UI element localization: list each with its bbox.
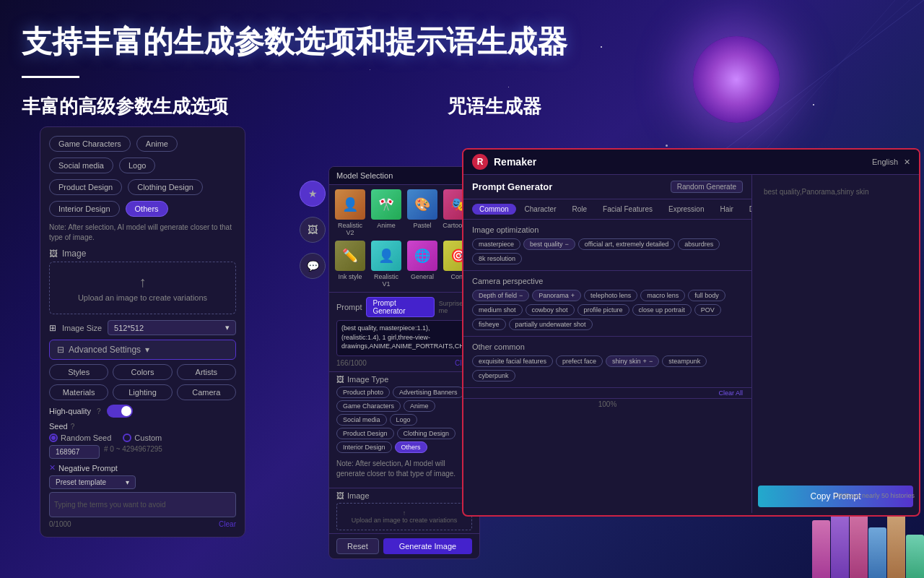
chip-official-art[interactable]: official art, extremely detailed: [578, 238, 675, 250]
tag-product-design[interactable]: Product Design: [49, 179, 122, 195]
subtitle-right: 咒语生成器: [448, 94, 541, 119]
btn-materials[interactable]: Materials: [49, 384, 108, 400]
random-generate-btn[interactable]: Random Generate: [671, 181, 743, 193]
image-size-select[interactable]: 512*512 ▾: [108, 320, 236, 335]
mid-tag-game[interactable]: Game Characters: [336, 400, 401, 412]
right-preview-panel: best quality,Panorama,shiny skin Copy Pr…: [752, 175, 919, 513]
tag-clothing-design[interactable]: Clothing Design: [128, 179, 203, 195]
optimization-chips: masterpiece best quality − official art,…: [472, 238, 743, 264]
chip-depth[interactable]: Depth of field −: [472, 290, 529, 301]
seed-tooltip: ?: [71, 423, 75, 431]
chip-medium-shot[interactable]: medium shot: [472, 304, 523, 316]
chip-closeup[interactable]: close up portrait: [632, 304, 692, 316]
model-item-pastel[interactable]: 🎨 Pastel: [406, 189, 439, 236]
subtitle-left: 丰富的高级参数生成选项: [22, 94, 228, 119]
high-quality-toggle[interactable]: [107, 405, 133, 418]
chip-underwater[interactable]: partially underwater shot: [509, 319, 593, 330]
chip-steampunk[interactable]: steampunk: [662, 355, 707, 367]
side-icons: ★ 🖼 💬: [300, 181, 326, 285]
preset-template-select[interactable]: Preset template ▾: [49, 475, 136, 489]
chip-shiny-skin[interactable]: shiny skin + −: [606, 355, 659, 367]
lang-selector[interactable]: English: [872, 158, 898, 166]
btn-lighting[interactable]: Lighting: [113, 384, 172, 400]
custom-seed-option[interactable]: Custom: [123, 434, 162, 442]
side-icon-image[interactable]: 🖼: [300, 217, 326, 243]
chip-perfect-face[interactable]: prefect face: [556, 355, 603, 367]
tab-character[interactable]: Character: [518, 204, 564, 215]
camera-perspective-title: Camera perspective: [472, 277, 743, 285]
chip-8k[interactable]: 8k resolution: [472, 253, 522, 264]
chip-macro[interactable]: macro lens: [640, 290, 685, 301]
chip-cyberpunk[interactable]: cyberpunk: [472, 370, 515, 381]
mid-upload-box[interactable]: ↑ Upload an image to create variations: [336, 503, 472, 530]
chip-exquisite[interactable]: exquisite facial features: [472, 355, 553, 367]
tag-game-characters[interactable]: Game Characters: [49, 136, 131, 152]
side-icon-star[interactable]: ★: [300, 181, 326, 207]
random-seed-option[interactable]: Random Seed: [49, 434, 111, 442]
btn-colors[interactable]: Colors: [113, 364, 172, 380]
bar-4: [868, 527, 886, 578]
mid-tag-anime[interactable]: Anime: [404, 400, 435, 412]
prompt-gen-title: Prompt Generator: [472, 181, 552, 192]
tag-anime[interactable]: Anime: [136, 136, 178, 152]
chip-cowboy[interactable]: cowboy shot: [526, 304, 575, 316]
tab-common[interactable]: Common: [472, 204, 516, 215]
model-item-realistic-v1[interactable]: 👤 Realistic V1: [370, 241, 403, 288]
side-icon-chat[interactable]: 💬: [300, 253, 326, 279]
prompt-textarea[interactable]: (best quality, masterpiece:1.1),(realist…: [336, 320, 472, 356]
tag-others[interactable]: Others: [126, 201, 168, 217]
chip-telephoto[interactable]: telephoto lens: [584, 290, 637, 301]
btn-camera[interactable]: Camera: [177, 384, 236, 400]
mid-tag-advertising[interactable]: Advertising Banners: [393, 387, 464, 398]
model-item-general[interactable]: 🌐 General: [406, 241, 439, 288]
chip-masterpiece[interactable]: masterpiece: [472, 238, 520, 250]
decorative-orb: [693, 36, 780, 123]
seed-value-input[interactable]: 168967: [49, 445, 100, 459]
prompt-generator-btn[interactable]: Prompt Generator: [366, 297, 434, 317]
other-common-section: Other common exquisite facial features p…: [463, 337, 751, 388]
chip-profile[interactable]: profile picture: [578, 304, 629, 316]
mid-tag-interior[interactable]: Interior Design: [336, 441, 392, 453]
reset-button[interactable]: Reset: [336, 538, 379, 554]
mid-tag-product-design[interactable]: Product Design: [336, 428, 394, 439]
image-upload-box[interactable]: ↑ Upload an image to create variations: [49, 262, 236, 314]
model-grid-row1: 👤 Realistic V2 🎌 Anime 🎨 Pastel 🎭 Cartoo…: [329, 185, 479, 241]
btn-styles[interactable]: Styles: [49, 364, 108, 380]
model-item-anime[interactable]: 🎌 Anime: [370, 189, 403, 236]
remaker-title-text: Remaker: [494, 156, 536, 168]
chip-best-quality[interactable]: best quality −: [523, 238, 575, 250]
tag-logo[interactable]: Logo: [119, 158, 155, 173]
model-item-ink[interactable]: ✏️ Ink style: [334, 241, 367, 288]
chip-panorama[interactable]: Panorama +: [532, 290, 581, 301]
tab-decoration[interactable]: Decoration: [742, 204, 751, 215]
tag-social-media[interactable]: Social media: [49, 158, 113, 173]
chip-absurdres[interactable]: absurdres: [678, 238, 720, 250]
neg-prompt-textarea[interactable]: Typing the terms you want to avoid: [49, 492, 236, 517]
chip-full-body[interactable]: full body: [688, 290, 725, 301]
mid-upload-icon: ↑: [343, 509, 466, 517]
clear-all-link[interactable]: Clear All: [463, 388, 751, 398]
mid-tag-clothing[interactable]: Clothing Design: [397, 428, 456, 439]
generate-button[interactable]: Generate Image: [383, 538, 472, 554]
chip-fisheye[interactable]: fisheye: [472, 319, 506, 330]
tag-interior-design[interactable]: Interior Design: [49, 201, 120, 217]
custom-seed-radio: [123, 434, 131, 442]
chip-pov[interactable]: POV: [694, 304, 721, 316]
mid-counter-row: 166/1000 Clear: [336, 359, 472, 367]
mid-tag-others[interactable]: Others: [395, 441, 427, 453]
tab-expression[interactable]: Expression: [661, 204, 711, 215]
model-item-realistic-v2[interactable]: 👤 Realistic V2: [334, 189, 367, 236]
mid-tag-logo[interactable]: Logo: [390, 414, 417, 426]
close-icon[interactable]: ✕: [904, 158, 910, 167]
tab-role[interactable]: Role: [565, 204, 594, 215]
mid-tag-product[interactable]: Product photo: [336, 387, 390, 398]
advanced-settings-header[interactable]: ⊟ Advanced Settings ▾: [49, 340, 236, 360]
clear-button[interactable]: Clear: [219, 520, 236, 528]
other-common-title: Other common: [472, 342, 743, 351]
remaker-logo: R: [472, 154, 488, 170]
mid-tag-social[interactable]: Social media: [336, 414, 387, 426]
tab-facial[interactable]: Facial Features: [596, 204, 660, 215]
btn-artists[interactable]: Artists: [177, 364, 236, 380]
tab-hair[interactable]: Hair: [712, 204, 740, 215]
action-row: Reset Generate Image: [329, 533, 479, 558]
